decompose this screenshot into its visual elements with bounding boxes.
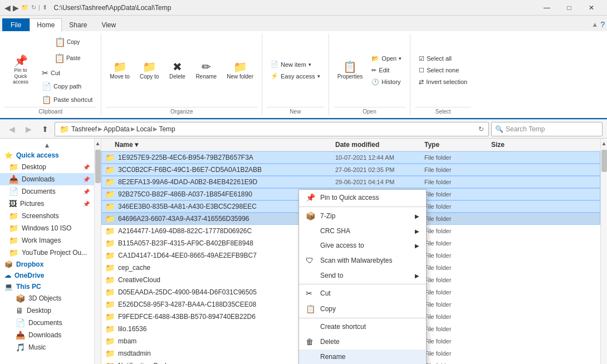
sidebar-thumb[interactable] xyxy=(95,150,101,183)
sidebar-quick-access[interactable]: ⭐ Quick access xyxy=(0,150,94,161)
file-type: File folder xyxy=(424,277,491,283)
file-name: 1E9257E9-225B-4EC6-B954-79B27B657F3A xyxy=(118,154,335,161)
filelist-thumb[interactable] xyxy=(601,150,607,172)
youtube-icon: 📁 xyxy=(9,248,18,257)
tab-share[interactable]: Share xyxy=(62,18,94,31)
delete-button[interactable]: ✖ Delete xyxy=(165,58,189,82)
properties-button[interactable]: 📋 Properties xyxy=(334,58,367,82)
context-menu-item-create-shortcut[interactable]: Create shortcut xyxy=(299,319,426,334)
new-item-button[interactable]: 📄 New item ▾ xyxy=(267,59,324,70)
copy-button[interactable]: 📋 Copy xyxy=(38,35,96,50)
path-tashreef[interactable]: Tashreef xyxy=(71,125,97,133)
easy-access-button[interactable]: ⚡ Easy access ▾ xyxy=(267,71,324,81)
forward-icon[interactable]: ▶ xyxy=(13,3,19,12)
context-menu-item-give-access-to[interactable]: Give access to ▶ xyxy=(299,238,426,253)
move-to-button[interactable]: 📁 Move to xyxy=(106,58,134,82)
address-bar[interactable]: 📁 Tashreef ▶ AppData ▶ Local ▶ Temp ↻ xyxy=(55,122,489,136)
context-menu-item-send-to[interactable]: Send to ▶ xyxy=(299,268,426,283)
path-temp[interactable]: Temp xyxy=(159,125,175,133)
onedrive-icon: ☁ xyxy=(4,272,11,279)
context-menu-item-copy[interactable]: 📋 Copy xyxy=(299,301,426,317)
up-button[interactable]: ⬆ xyxy=(38,122,52,136)
paste-button[interactable]: 📋 Paste xyxy=(38,51,96,66)
title-refresh[interactable]: ↻ xyxy=(31,4,36,11)
copy-to-button[interactable]: 📁 Copy to xyxy=(136,58,163,82)
history-button[interactable]: 🕐 History xyxy=(368,77,405,87)
sidebar-item-documents[interactable]: 📄 Documents 📌 xyxy=(0,185,94,198)
path-appdata[interactable]: AppData xyxy=(104,125,130,133)
sidebar-onedrive[interactable]: ☁ OneDrive xyxy=(0,270,94,281)
search-bar[interactable]: 🔍 Search Temp xyxy=(491,122,603,136)
rename-button[interactable]: ✏ Rename xyxy=(192,58,221,82)
cut-button[interactable]: ✂ Cut xyxy=(38,67,96,79)
context-menu-item-pin-to-quick-access[interactable]: 📌 Pin to Quick access xyxy=(299,190,426,205)
filelist-scroll-up-btn[interactable]: ▲ xyxy=(601,139,607,147)
new-folder-button[interactable]: 📁 New folder xyxy=(223,58,257,82)
forward-button[interactable]: ▶ xyxy=(21,122,36,136)
sidebar-item-pictures[interactable]: 🖼 Pictures 📌 xyxy=(0,198,94,210)
table-row[interactable]: 📁 8E2EFA13-99A6-4DAD-A0B2-B4EB42261E9D 2… xyxy=(101,176,600,188)
sidebar-this-pc[interactable]: 💻 This PC xyxy=(0,281,94,292)
select-all-icon: ☑ xyxy=(419,55,424,62)
sidebar-scroll-up[interactable]: ▲ xyxy=(0,141,94,150)
title-up[interactable]: ⬆ xyxy=(42,4,47,11)
sidebar-item-screenshots[interactable]: 📁 Screenshots xyxy=(0,210,94,222)
copy-path-button[interactable]: 📄 Copy path xyxy=(38,80,96,92)
context-menu-item-cut[interactable]: ✂ Cut xyxy=(299,286,426,301)
path-local[interactable]: Local xyxy=(136,125,153,133)
context-menu-item-crc-sha[interactable]: CRC SHA ▶ xyxy=(299,224,426,238)
tab-home[interactable]: Home xyxy=(30,18,62,32)
folder-icon: 📁 xyxy=(105,349,115,358)
table-row[interactable]: 📁 1E9257E9-225B-4EC6-B954-79B27B657F3A 1… xyxy=(101,151,600,164)
sidebar-scrollbar[interactable]: ▲ ▼ xyxy=(95,139,101,364)
context-menu-item-rename[interactable]: Rename xyxy=(299,350,426,364)
title-bar: ◀ ▶ 📁 ↻ | ⬆ C:\Users\Tashreef\AppData\Lo… xyxy=(0,0,607,16)
help-icon[interactable]: ? xyxy=(600,20,605,29)
select-none-button[interactable]: ☐ Select none xyxy=(415,65,471,76)
ribbon-collapse-icon[interactable]: ▲ xyxy=(591,21,598,28)
col-header-name[interactable]: Name ▾ xyxy=(101,141,335,149)
ribbon-content: 📌 Pin to Quick access 📋 Copy 📋 Paste ✂ C… xyxy=(0,31,607,119)
back-button[interactable]: ◀ xyxy=(4,122,19,136)
col-header-date[interactable]: Date modified xyxy=(335,141,424,149)
select-all-button[interactable]: ☑ Select all xyxy=(415,53,471,64)
maximize-button[interactable]: □ xyxy=(558,0,580,16)
sidebar-item-desktop-pc[interactable]: 🖥 Desktop xyxy=(0,304,94,317)
paste-shortcut-button[interactable]: 📋 Paste shortcut xyxy=(38,94,96,106)
sidebar-item-windows10iso[interactable]: 📁 Windows 10 ISO xyxy=(0,222,94,234)
ribbon-tabs: File Home Share View ▲ ? xyxy=(0,16,607,31)
filelist-scrollbar[interactable]: ▲ ▼ xyxy=(600,139,607,364)
sidebar-item-youtube[interactable]: 📁 YouTube Project Ou... xyxy=(0,247,94,259)
folder-icon: 📁 xyxy=(105,239,115,248)
open-button[interactable]: 📂 Open ▾ xyxy=(368,53,405,64)
sidebar-item-music[interactable]: 🎵 Music xyxy=(0,341,94,353)
table-row[interactable]: 📁 3CC0B2CF-F6BC-49C1-B6E7-CD5A0A1B2ABB 2… xyxy=(101,164,600,176)
col-header-size[interactable]: Size xyxy=(491,141,600,149)
desktop-icon: 📁 xyxy=(9,163,18,171)
close-button[interactable]: ✕ xyxy=(580,0,603,16)
sidebar-item-downloads[interactable]: 📥 Downloads 📌 xyxy=(0,173,94,185)
tab-view[interactable]: View xyxy=(94,18,123,31)
sidebar-scroll-up-btn[interactable]: ▲ xyxy=(95,139,101,147)
context-menu-item-delete[interactable]: 🗑 Delete xyxy=(299,334,426,350)
context-menu-item-scan-with-malwarebytes[interactable]: 🛡 Scan with Malwarebytes xyxy=(299,253,426,268)
sidebar-item-3dobjects[interactable]: 📦 3D Objects xyxy=(0,292,94,304)
file-date: 27-06-2021 02:35 PM xyxy=(335,166,424,173)
file-type: File folder xyxy=(424,264,491,271)
file-type: File folder xyxy=(424,228,491,234)
context-menu-item-7-zip[interactable]: 📦 7-Zip ▶ xyxy=(299,208,426,224)
pin-to-quick-access-button[interactable]: 📌 Pin to Quick access xyxy=(4,52,37,88)
sidebar-item-downloads-pc[interactable]: 📥 Downloads xyxy=(0,329,94,341)
folder-icon: 📁 xyxy=(105,263,115,272)
refresh-button[interactable]: ↻ xyxy=(478,125,484,133)
minimize-button[interactable]: — xyxy=(536,0,558,16)
tab-file[interactable]: File xyxy=(2,18,30,31)
edit-button[interactable]: ✏ Edit xyxy=(368,65,405,76)
sidebar-item-documents-pc[interactable]: 📄 Documents xyxy=(0,317,94,329)
sidebar-item-desktop[interactable]: 📁 Desktop 📌 xyxy=(0,161,94,173)
back-icon[interactable]: ◀ xyxy=(4,3,11,12)
invert-selection-button[interactable]: ⇄ Invert selection xyxy=(415,77,471,87)
sidebar-dropbox[interactable]: 📦 Dropbox xyxy=(0,259,94,270)
col-header-type[interactable]: Type xyxy=(424,141,491,149)
sidebar-item-workimages[interactable]: 📁 Work Images xyxy=(0,234,94,247)
